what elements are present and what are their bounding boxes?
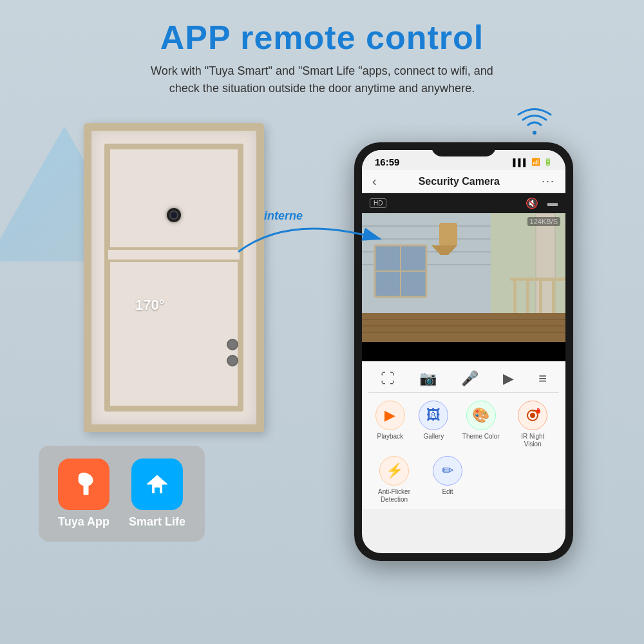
edit-label: Edit (442, 488, 453, 496)
svg-rect-25 (552, 281, 555, 313)
fullscreen-icon: ⛶ (381, 370, 395, 387)
app-title: Security Camera (419, 176, 500, 187)
edit-feature[interactable]: ✏ Edit (433, 456, 462, 504)
ir-feature[interactable]: 6 IR Night Vision (513, 401, 552, 448)
theme-feature[interactable]: 🎨 Theme Color (462, 401, 500, 448)
svg-rect-24 (539, 281, 542, 313)
theme-icon: 🎨 (466, 401, 496, 430)
wifi-status-icon: 📶 (531, 158, 540, 166)
svg-marker-1 (147, 475, 167, 484)
svg-rect-21 (510, 278, 565, 281)
bottom-controls: ⛶ 📷 🎤 ▶ ≡ (362, 361, 565, 509)
subtitle: Work with "Tuya Smart" and "Smart Life "… (0, 62, 644, 97)
control-row-top: ⛶ 📷 🎤 ▶ ≡ (362, 368, 565, 390)
content-area: 170° Tuya App (0, 110, 644, 561)
tuya-app-label: Tuya App (58, 515, 109, 529)
edit-icon: ✏ (433, 456, 462, 486)
smartlife-icon (131, 459, 183, 510)
camera-feed: 124KB/S (362, 213, 565, 342)
tuya-icon (58, 459, 109, 510)
header: APP remote control Work with "Tuya Smart… (0, 0, 644, 104)
layout-icon[interactable]: ▬ (547, 197, 558, 209)
antiflicker-feature[interactable]: ⚡ Anti-Flicker Detection (375, 456, 413, 504)
fov-label: 170° (135, 297, 165, 314)
svg-rect-3 (155, 488, 160, 493)
porch-scene-svg (362, 213, 565, 342)
gallery-feature[interactable]: 🖼 Gallery (419, 401, 448, 448)
phone-notch (431, 142, 496, 156)
divider (368, 392, 559, 393)
toolbar-icons: 🔇 ▬ (526, 197, 558, 209)
screenshot-icon: 📷 (419, 370, 437, 387)
gallery-icon: 🖼 (419, 401, 448, 430)
svg-rect-17 (362, 313, 565, 342)
svg-rect-23 (526, 281, 529, 313)
playback-icon: ▶ (375, 401, 405, 430)
ir-icon: 6 (518, 401, 547, 430)
signal-icon: ▌▌▌ (513, 158, 528, 166)
screenshot-ctrl[interactable]: 📷 (419, 370, 437, 387)
main-title: APP remote control (0, 19, 644, 56)
theme-label: Theme Color (462, 433, 500, 440)
smartlife-logo-svg (143, 470, 171, 498)
record-icon: ▶ (503, 370, 514, 387)
feature-row-2: ⚡ Anti-Flicker Detection ✏ Edit (362, 453, 565, 506)
microphone-icon: 🎤 (461, 370, 478, 387)
playback-label: Playback (377, 433, 403, 440)
door-section: 170° Tuya App (0, 110, 335, 561)
video-black-bar (362, 342, 565, 361)
phone-section: 16:59 ▌▌▌ 📶 🔋 ‹ Security Camera ··· (335, 104, 605, 561)
tuya-app-item[interactable]: Tuya App (58, 459, 109, 529)
camera-device (167, 208, 181, 222)
phone-mockup: 16:59 ▌▌▌ 📶 🔋 ‹ Security Camera ··· (354, 142, 573, 561)
fullscreen-ctrl[interactable]: ⛶ (381, 370, 395, 387)
hd-badge: HD (370, 198, 386, 208)
microphone-ctrl[interactable]: 🎤 (461, 370, 478, 387)
back-button[interactable]: ‹ (372, 174, 377, 189)
door-frame (84, 123, 264, 432)
antiflicker-label: Anti-Flicker Detection (375, 488, 413, 504)
smartlife-app-item[interactable]: Smart Life (129, 459, 185, 529)
page-container: APP remote control Work with "Tuya Smart… (0, 0, 644, 644)
camera-toolbar: HD 🔇 ▬ (362, 193, 565, 213)
wifi-section (515, 104, 554, 138)
svg-point-30 (530, 413, 535, 418)
smartlife-app-label: Smart Life (129, 515, 185, 529)
status-icons: ▌▌▌ 📶 🔋 (513, 158, 553, 166)
gallery-label: Gallery (423, 433, 444, 440)
speed-display: 124KB/S (527, 217, 560, 226)
door-inner-bottom (108, 260, 240, 408)
ir-label: IR Night Vision (513, 433, 552, 448)
svg-text:6: 6 (537, 408, 540, 412)
door-wrapper: 170° (64, 123, 283, 432)
battery-icon: 🔋 (544, 158, 553, 166)
door-inner-top (108, 147, 240, 250)
menu-ctrl[interactable]: ≡ (538, 370, 547, 387)
playback-feature[interactable]: ▶ Playback (375, 401, 405, 448)
app-header: ‹ Security Camera ··· (362, 170, 565, 193)
feature-row: ▶ Playback 🖼 Gallery 🎨 Theme Color (362, 395, 565, 453)
svg-rect-22 (513, 281, 516, 313)
phone-screen: 16:59 ▌▌▌ 📶 🔋 ‹ Security Camera ··· (362, 150, 565, 553)
mute-icon[interactable]: 🔇 (526, 197, 538, 209)
status-time: 16:59 (375, 156, 399, 167)
svg-rect-14 (439, 223, 457, 245)
app-icons-section: Tuya App Smart Life (39, 446, 205, 542)
wifi-icon (515, 104, 554, 136)
antiflicker-icon: ⚡ (379, 456, 409, 486)
record-ctrl[interactable]: ▶ (503, 370, 514, 387)
menu-icon: ≡ (538, 370, 547, 387)
tuya-logo-svg (70, 470, 98, 498)
more-button[interactable]: ··· (542, 175, 555, 188)
svg-point-6 (533, 131, 536, 135)
ir-eye-svg: 6 (524, 408, 541, 422)
